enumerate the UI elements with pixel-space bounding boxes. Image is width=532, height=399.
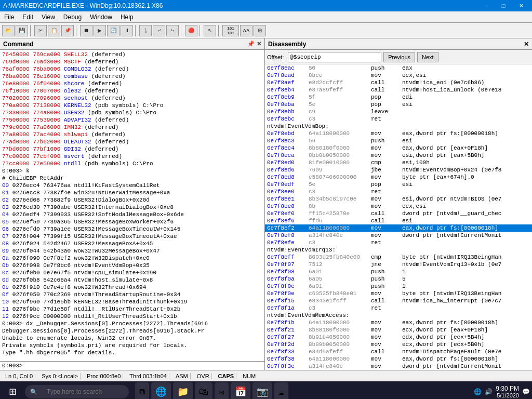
disasm-row[interactable]: 0e7f8ead8bcemovecx,esi bbox=[265, 72, 532, 79]
disasm-row[interactable]: 0e7f8ef6ffd6callesi bbox=[265, 217, 532, 224]
notification-icon[interactable]: 💬 bbox=[522, 388, 530, 395]
command-close-icon[interactable]: ✕ bbox=[257, 41, 261, 47]
menu-file[interactable]: File bbox=[0, 11, 18, 22]
disasm-row[interactable]: 0e7f8ec48b80180f0000moveax,dword ptr [ea… bbox=[265, 144, 532, 152]
disasm-row[interactable]: 0e7f8ef264a118000000moveax,dword ptr fs:… bbox=[265, 224, 532, 232]
disasm-row[interactable]: 0e7f8edf5epopesi bbox=[265, 181, 532, 188]
toolbar-break[interactable]: ⏹ bbox=[80, 25, 92, 36]
menu-debug[interactable]: Debug bbox=[59, 11, 86, 22]
taskbar-app-task-view[interactable]: ⧉ bbox=[135, 382, 149, 399]
disasm-mnemonic: cmp bbox=[371, 254, 402, 261]
disasm-row[interactable]: 0e7f8aefe8d2dcfcffcallntvdm!ica_eoi (0e7… bbox=[265, 79, 532, 86]
toolbar-copy[interactable]: 📋 bbox=[48, 25, 60, 36]
menu-window[interactable]: Window bbox=[86, 11, 116, 22]
disasm-row[interactable]: 0e7f8ebcc3ret bbox=[265, 115, 532, 123]
disasm-row[interactable]: 0e7f8eba5epopesi bbox=[265, 101, 532, 108]
search-bar-container[interactable]: 🔍 bbox=[25, 385, 129, 398]
menu-edit[interactable]: Edit bbox=[18, 11, 37, 22]
disasm-next-button[interactable]: Next bbox=[417, 52, 438, 62]
clock-display[interactable]: 9:30 PM 5/1/2020 bbox=[496, 385, 519, 398]
disasm-address: 0e7f8eca bbox=[267, 152, 309, 159]
disasm-content[interactable]: 0e7f8eac50pusheax0e7f8ead8bcemovecx,esi0… bbox=[265, 64, 532, 370]
disasm-row[interactable]: 0e7f8f0ec60525fb840e01movbyte ptr [ntvdm… bbox=[265, 290, 532, 297]
taskbar-app-mail[interactable]: ✉ bbox=[215, 382, 229, 399]
disasm-row[interactable]: 0e7f8ef0ff15c425870ecalldword ptr [ntvdm… bbox=[265, 210, 532, 217]
disasm-row[interactable]: 0e7f8eb95fpopedi bbox=[265, 94, 532, 101]
disasm-close-icon[interactable]: ✕ bbox=[524, 41, 529, 48]
disasm-offset-input[interactable] bbox=[288, 52, 381, 62]
taskbar-app-edge[interactable]: 🌐 bbox=[151, 382, 171, 399]
disasm-row[interactable]: 0e7f8f1b64a118000000moveax,dword ptr fs:… bbox=[265, 319, 532, 326]
disasm-prev-button[interactable]: Previous bbox=[383, 52, 415, 62]
toolbar-cursor[interactable]: ↖ bbox=[204, 25, 216, 36]
toolbar-cut[interactable]: ✂ bbox=[34, 25, 47, 36]
search-input[interactable] bbox=[41, 386, 124, 397]
toolbar-font[interactable]: AA bbox=[240, 25, 252, 36]
toolbar-columns[interactable]: ⊞ bbox=[254, 25, 266, 36]
taskbar-app-onedrive[interactable]: ☁ bbox=[274, 382, 288, 399]
disasm-row[interactable]: 0e7f8f33e84d9afeffcallntvdm!DispatchPage… bbox=[265, 348, 532, 355]
taskbar: ⊞ 🔍 ⧉ 🌐 📁 🛍 ✉ 📅 📷 ☁ 🌐 🔊 9:30 PM 5/1/2020… bbox=[0, 381, 532, 399]
disasm-bytes: c60525fb840e01 bbox=[309, 290, 371, 297]
disasm-row[interactable]: 0e7f8f077512jnentvdm!EventVdmIrq13+0x1b … bbox=[265, 261, 532, 268]
disasm-row[interactable]: 0e7f8f2d8b89b0050000movecx,dword ptr [ec… bbox=[265, 341, 532, 348]
cmd-row: 10 0276f960 77d1e5bb KERNEL32!BaseThread… bbox=[2, 298, 262, 305]
network-icon[interactable]: 🌐 bbox=[474, 388, 482, 395]
disasm-row[interactable]: 0e7f8f0c6a01push1 bbox=[265, 283, 532, 290]
disasm-row[interactable]: 0e7f8ebd64a118000000moveax,dword ptr fs:… bbox=[265, 130, 532, 137]
disasm-row[interactable]: 0e7f8f0a6a05push5 bbox=[265, 275, 532, 283]
disasm-row[interactable]: 0e7f8f15e8343e1fcffcallntvdm!ica_hw_inte… bbox=[265, 297, 532, 304]
taskbar-app-camera[interactable]: 📷 bbox=[252, 382, 272, 399]
toolbar-bp[interactable]: 🔴 bbox=[185, 25, 197, 36]
menu-view[interactable]: View bbox=[37, 11, 59, 22]
disasm-bytes: 7512 bbox=[309, 261, 371, 268]
disasm-row[interactable]: 0e7f8ed081fe00010000cmpesi,100h bbox=[265, 159, 532, 166]
disasm-address: 0e7f8ec4 bbox=[267, 144, 309, 152]
maximize-button[interactable]: □ bbox=[496, 2, 511, 10]
disasm-row[interactable]: 0e7f8efec3ret bbox=[265, 239, 532, 246]
command-pin-icon[interactable]: 📌 bbox=[247, 41, 255, 47]
disasm-row[interactable]: 0e7f8f3864a118000000moveax,dword ptr fs:… bbox=[265, 355, 532, 363]
close-button[interactable]: ✕ bbox=[513, 2, 529, 10]
toolbar-open[interactable]: 📂 bbox=[2, 25, 15, 36]
disasm-row[interactable]: 0e7f8ebbc9leave bbox=[265, 108, 532, 115]
disasm-row[interactable]: 0e7f8ee88bmovecx,esi bbox=[265, 203, 532, 210]
toolbar-step-in[interactable]: ⤶ bbox=[153, 25, 165, 36]
disasm-mnemonic: push bbox=[371, 268, 402, 275]
menu-help[interactable]: Help bbox=[116, 11, 138, 22]
disasm-row[interactable]: 0e7f8eac50pusheax bbox=[265, 64, 532, 72]
disasm-row[interactable]: 0e7f8ee18b34b5c8197c0emovesi,dword ptr n… bbox=[265, 195, 532, 203]
disasm-bytes: c3 bbox=[309, 115, 371, 123]
disasm-row[interactable]: 0e7f8eff8003d25fb840e00cmpbyte ptr [ntvd… bbox=[265, 254, 532, 261]
disasm-row[interactable]: 0e7f8eb4e87a89feffcallntvdm!host_ica_unl… bbox=[265, 86, 532, 94]
toolbar-go[interactable]: ▶ bbox=[94, 25, 106, 36]
command-input[interactable] bbox=[26, 363, 260, 369]
taskbar-app-explorer[interactable]: 📁 bbox=[173, 382, 193, 399]
toolbar-step-over[interactable]: ⤵ bbox=[139, 25, 152, 36]
taskbar-app-calendar[interactable]: 📅 bbox=[231, 382, 250, 399]
disasm-row[interactable]: 0e7f8f278b91b4050000movedx,dword ptr [ec… bbox=[265, 334, 532, 341]
toolbar-step-out[interactable]: ⤷ bbox=[166, 25, 179, 36]
disasm-row[interactable]: 0e7f8ed67609jbentvdm!EventVdmBop+0x24 (0… bbox=[265, 166, 532, 174]
disasm-row[interactable]: 0e7f8f3ea314fe840emovdword ptr [ntvdm!Cu… bbox=[265, 363, 532, 370]
disasm-row[interactable]: 0e7f8f086a01push1 bbox=[265, 268, 532, 275]
disasm-row[interactable]: 0e7f8ef8a314fe840emovdword ptr [ntvdm!Cu… bbox=[265, 232, 532, 239]
disasm-mnemonic: mov bbox=[371, 152, 402, 159]
toolbar-paste[interactable]: 📌 bbox=[61, 25, 74, 36]
toolbar-restart[interactable]: 🔄 bbox=[107, 25, 119, 36]
toolbar-hex[interactable]: 101101 bbox=[222, 25, 239, 36]
minimize-button[interactable]: ─ bbox=[478, 2, 494, 10]
disasm-operands bbox=[402, 304, 530, 312]
volume-icon[interactable]: 🔊 bbox=[485, 388, 493, 395]
disasm-row[interactable]: 0e7f8f1ac3ret bbox=[265, 304, 532, 312]
disasm-row[interactable]: 0e7f8ed8c5807406000000movbyte ptr [eax+6… bbox=[265, 174, 532, 181]
command-output[interactable]: 76450000 769ca000 SHELL32 (deferred) 769… bbox=[0, 50, 264, 361]
disasm-row[interactable]: 0e7f8f218b88180f0000movecx,dword ptr [ea… bbox=[265, 326, 532, 334]
toolbar-save[interactable]: 💾 bbox=[16, 25, 28, 36]
taskbar-app-store[interactable]: 🛍 bbox=[195, 382, 212, 399]
toolbar-stop[interactable]: ⏸ bbox=[121, 25, 133, 36]
disasm-row[interactable]: 0e7f8ec356pushesi bbox=[265, 137, 532, 144]
disasm-row[interactable]: 0e7f8ee0c3ret bbox=[265, 188, 532, 195]
disasm-row[interactable]: 0e7f8eca8bb0b0050000movesi,dword ptr [ea… bbox=[265, 152, 532, 159]
start-button[interactable]: ⊞ bbox=[2, 382, 23, 399]
